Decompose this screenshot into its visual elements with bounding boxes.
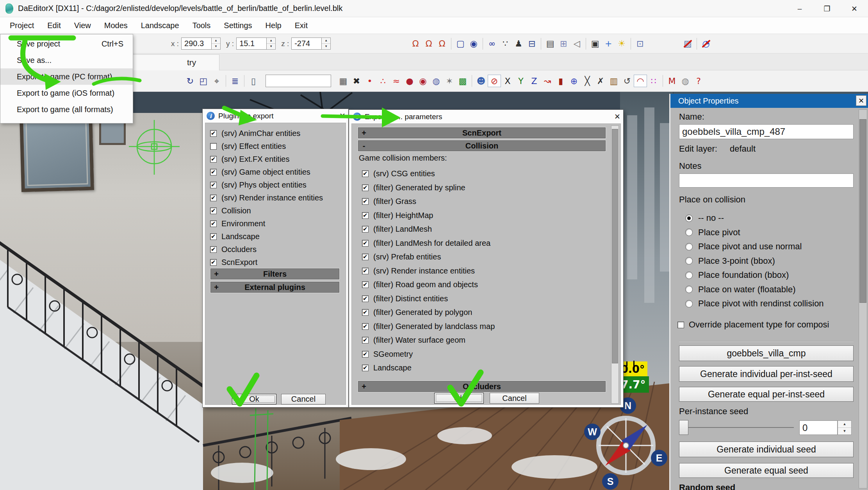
radio-button[interactable] (685, 300, 693, 308)
placement-radio-row[interactable]: Place on water (floatable) (685, 283, 853, 297)
crate-icon[interactable]: ▥ (607, 75, 620, 87)
curve-edit-icon[interactable]: ◠ (634, 75, 647, 87)
checkbox[interactable] (362, 295, 369, 302)
member-checkbox-row[interactable]: Landscape (362, 361, 605, 375)
plugin-checkbox-row[interactable]: (srv) Ext.FX entities (210, 153, 341, 166)
close-button[interactable]: ✕ (841, 0, 868, 17)
expand-icon[interactable]: + (358, 129, 369, 138)
name-input[interactable] (679, 124, 854, 139)
occluders-group-header[interactable]: + Occluders (358, 381, 606, 392)
checkbox[interactable] (210, 195, 217, 201)
drive-mode-icon[interactable]: ⊟ (525, 38, 538, 50)
checkbox[interactable] (362, 198, 369, 205)
override-placement-row[interactable]: Override placement type for composi (677, 320, 862, 330)
member-checkbox-row[interactable]: (srv) Prefab entities (362, 250, 605, 264)
checkbox[interactable] (362, 323, 369, 330)
menu-item[interactable]: View (68, 17, 98, 34)
scrollbar-thumb[interactable] (859, 119, 866, 303)
sphere-search-icon[interactable]: ◉ (416, 75, 430, 87)
ok-button[interactable]: Ok (232, 394, 276, 404)
seed-stepper[interactable]: ▲▼ (838, 420, 852, 435)
sphere-face-icon[interactable]: ☻ (474, 75, 488, 87)
dialog-close-icon[interactable]: ✕ (611, 112, 623, 121)
checkbox[interactable] (362, 351, 369, 358)
seed-value-input[interactable] (799, 420, 838, 435)
select-marquee-icon[interactable]: ▢ (454, 38, 467, 50)
golfball-icon[interactable]: ◍ (679, 75, 692, 87)
placement-radio-row[interactable]: Place pivot with rendinst collision (685, 297, 853, 311)
menu-item[interactable]: Exit (288, 17, 314, 34)
checkbox[interactable] (362, 309, 369, 316)
split-spline-icon[interactable]: ╳ (581, 75, 594, 87)
plugin-checkbox-row[interactable]: Collision (210, 204, 341, 217)
spline-draw-icon[interactable]: ≈ (390, 75, 403, 87)
member-checkbox-row[interactable]: (filter) Distinct entities (362, 292, 605, 306)
cancel-button[interactable]: Cancel (281, 394, 326, 404)
menu-item[interactable]: Help (259, 17, 288, 34)
snap-move-magnet-icon[interactable]: Ω (409, 38, 422, 50)
disable-navigation-icon[interactable]: ◔ (699, 38, 713, 50)
plugin-checkbox-row[interactable]: (srv) Phys object entities (210, 179, 341, 191)
generate-equal-per-inst-seed-button[interactable]: Generate equal per-inst-seed (679, 387, 854, 402)
sphere-copy-icon[interactable]: ◍ (430, 75, 443, 87)
member-checkbox-row[interactable]: (filter) LandMesh (362, 222, 605, 236)
z-coordinate-input[interactable] (291, 38, 322, 50)
view-cone-icon[interactable]: ◁ (570, 38, 583, 50)
refresh-loop-icon[interactable]: ↺ (620, 75, 634, 87)
radio-button[interactable] (685, 257, 693, 265)
menu-item[interactable]: Project (3, 17, 41, 34)
compound-outliner-icon[interactable]: ▦ (337, 75, 350, 87)
checkbox[interactable] (362, 212, 369, 219)
radio-button[interactable] (685, 286, 693, 293)
dropdown-menu-item[interactable]: Export to game (all formats) (0, 101, 133, 118)
quad-view-icon[interactable]: ⊞ (557, 38, 570, 50)
placement-radio-row[interactable]: Place foundation (bbox) (685, 268, 853, 283)
member-checkbox-row[interactable]: (filter) Water surface geom (362, 333, 605, 347)
panel-close-icon[interactable]: ✕ (856, 95, 866, 106)
axis-z-icon[interactable]: Z (528, 75, 541, 87)
checkbox[interactable] (362, 281, 369, 288)
selection-region-icon[interactable]: ▩ (456, 75, 469, 87)
walk-mode-icon[interactable]: ♟ (512, 38, 525, 50)
generate-individual-per-inst-seed-button[interactable]: Generate individual per-inst-seed (679, 366, 854, 382)
stats-icon[interactable]: ▤ (544, 38, 557, 50)
collapse-icon[interactable]: - (358, 141, 369, 150)
checkbox[interactable] (210, 220, 217, 227)
menu-item[interactable]: Modes (98, 17, 134, 34)
object-filter-input[interactable] (266, 75, 331, 87)
checkbox[interactable] (210, 233, 217, 240)
scatter-magenta-icon[interactable]: ∷ (647, 75, 660, 87)
scale-mode-icon[interactable]: ◰ (197, 75, 210, 87)
cut-spline-icon[interactable]: ✗ (594, 75, 607, 87)
expand-icon[interactable]: + (358, 382, 369, 391)
checkbox[interactable] (210, 156, 217, 163)
placement-radio-row[interactable]: Place pivot (685, 225, 853, 240)
plugin-checkbox-row[interactable]: Occluders (210, 243, 341, 256)
plugin-checkbox-row[interactable]: (srv) Render instance entities (210, 191, 341, 204)
tab-geometry[interactable]: try (129, 54, 219, 70)
cancel-button[interactable]: Cancel (490, 393, 539, 404)
radio-button[interactable] (685, 229, 693, 236)
placement-radio-row[interactable]: -- no -- (685, 211, 853, 225)
checkbox[interactable] (210, 207, 217, 214)
checkbox[interactable] (210, 169, 217, 175)
group-header-button[interactable]: + External plugins (210, 282, 339, 293)
footsteps-icon[interactable]: ∵ (499, 38, 512, 50)
dropdown-menu-item[interactable]: Save project Ctrl+S (0, 36, 133, 52)
plugin-checkbox-row[interactable]: Landscape (210, 230, 341, 243)
checkbox[interactable] (362, 184, 369, 191)
scrollbar-thumb[interactable] (612, 129, 618, 363)
member-checkbox-row[interactable]: (filter) Road geom and objects (362, 278, 605, 292)
dialog-close-icon[interactable]: ✕ (337, 111, 348, 120)
member-checkbox-row[interactable]: SGeometry (362, 347, 605, 361)
plugin-checkbox-row[interactable]: (srv) Effect entities (210, 140, 341, 153)
rotate-mode-icon[interactable]: ↻ (184, 75, 197, 87)
scnexport-group-header[interactable]: + ScnExport (358, 127, 606, 138)
screenshot-camera-icon[interactable]: ▣ (588, 38, 602, 50)
checkbox[interactable] (362, 337, 369, 343)
snap-angle-magnet-icon[interactable]: Ω (422, 38, 435, 50)
binoculars-icon[interactable]: ∞ (485, 38, 499, 50)
y-coordinate-input[interactable] (236, 38, 267, 50)
member-checkbox-row[interactable]: (filter) Generated by polygon (362, 306, 605, 320)
menu-item[interactable]: Settings (217, 17, 258, 34)
